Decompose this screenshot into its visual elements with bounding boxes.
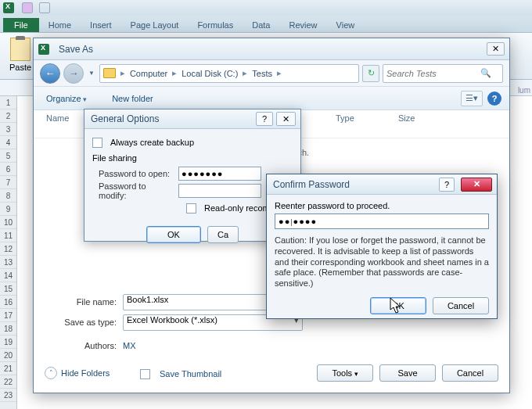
help-button[interactable]: ? — [256, 112, 273, 126]
tab-data[interactable]: Data — [243, 18, 279, 32]
tab-insert[interactable]: Insert — [81, 18, 121, 32]
cancel-button[interactable]: Cancel — [442, 364, 498, 382]
help-button[interactable]: ? — [487, 91, 501, 106]
paste-label: Paste — [9, 63, 31, 72]
cancel-button[interactable]: Cancel — [433, 297, 489, 314]
caution-text: Caution: If you lose or forget the passw… — [275, 235, 489, 289]
authors-label: Authors: — [46, 341, 117, 350]
tab-view[interactable]: View — [327, 18, 365, 32]
row-header[interactable]: 10 — [0, 216, 16, 229]
row-header[interactable]: 14 — [0, 269, 16, 282]
qat-save-icon[interactable] — [22, 2, 33, 13]
cancel-button[interactable]: Ca — [207, 226, 239, 243]
nav-forward-button[interactable]: → — [63, 63, 84, 84]
row-header[interactable]: 20 — [0, 349, 16, 362]
nav-back-button[interactable]: ← — [40, 63, 60, 84]
ribbon-tabs: File Home Insert Page Layout Formulas Da… — [0, 16, 532, 33]
dialog-title: Confirm Password — [273, 179, 350, 190]
qat-undo-icon[interactable] — [39, 2, 50, 13]
row-header[interactable]: 6 — [0, 163, 16, 176]
dialog-title: Save As — [59, 44, 93, 55]
row-header[interactable]: 9 — [0, 203, 16, 216]
row-header[interactable]: 5 — [0, 149, 16, 163]
row-header[interactable]: 2 — [0, 109, 16, 123]
clipboard-icon — [10, 38, 31, 61]
tools-button[interactable]: Tools — [317, 364, 373, 382]
row-headers: 1234567891011121314151617181920212223 — [0, 96, 17, 409]
row-header[interactable]: 21 — [0, 362, 16, 375]
readonly-label: Read-only recom — [204, 203, 270, 213]
tab-review[interactable]: Review — [279, 18, 326, 32]
organize-button[interactable]: Organize — [41, 91, 92, 106]
tab-formulas[interactable]: Formulas — [188, 18, 243, 32]
chevron-down-icon[interactable]: ▼ — [88, 70, 95, 77]
view-options-button[interactable]: ☰▾ — [461, 91, 483, 106]
always-backup-label: Always create backup — [110, 138, 194, 147]
row-header[interactable]: 12 — [0, 242, 16, 256]
save-button[interactable]: Save — [379, 364, 436, 382]
tab-home[interactable]: Home — [39, 18, 81, 32]
folder-icon — [103, 68, 116, 78]
row-header[interactable]: 16 — [0, 296, 16, 309]
confirm-password-field[interactable] — [275, 213, 489, 229]
file-sharing-label: File sharing — [92, 153, 137, 163]
password-modify-label: Password to modify: — [92, 181, 174, 200]
confirm-password-dialog: Confirm Password ? ✕ Reenter password to… — [266, 174, 498, 319]
row-header[interactable]: 15 — [0, 282, 16, 296]
row-header[interactable]: 23 — [0, 389, 16, 402]
column-size[interactable]: Size — [398, 113, 445, 138]
breadcrumb-drive[interactable]: Local Disk (C:) — [180, 69, 239, 78]
search-icon: 🔍 — [480, 68, 491, 78]
readonly-checkbox[interactable] — [186, 203, 196, 213]
always-backup-checkbox[interactable] — [92, 138, 102, 148]
ok-button[interactable]: OK — [146, 226, 201, 243]
row-header[interactable]: 19 — [0, 335, 16, 349]
row-header[interactable]: 4 — [0, 136, 16, 149]
refresh-button[interactable]: ↻ — [362, 65, 379, 82]
help-button[interactable]: ? — [439, 178, 455, 192]
column-type[interactable]: Type — [336, 113, 398, 138]
close-icon[interactable]: ✕ — [487, 42, 505, 56]
save-type-label: Save as type: — [46, 318, 117, 327]
search-input[interactable]: 🔍 — [383, 64, 503, 83]
row-header[interactable]: 3 — [0, 123, 16, 136]
truncated-label: lum — [518, 86, 530, 95]
new-folder-button[interactable]: New folder — [107, 91, 158, 106]
close-icon[interactable]: ✕ — [276, 112, 296, 126]
confirm-prompt: Reenter password to proceed. — [275, 201, 489, 210]
close-icon[interactable]: ✕ — [461, 178, 492, 192]
search-field[interactable] — [386, 69, 480, 78]
row-header[interactable]: 11 — [0, 229, 16, 242]
paste-button[interactable]: Paste — [6, 36, 34, 74]
empty-search-hint: search. — [281, 148, 497, 157]
authors-value[interactable]: MX — [123, 341, 136, 350]
excel-titlebar — [0, 0, 532, 16]
excel-icon — [3, 2, 14, 13]
chevron-up-icon: ˄ — [45, 367, 57, 379]
ok-button[interactable]: OK — [370, 297, 426, 314]
row-header[interactable]: 1 — [0, 96, 16, 109]
row-header[interactable]: 8 — [0, 189, 16, 203]
file-tab[interactable]: File — [3, 18, 39, 32]
password-open-label: Password to open: — [92, 169, 174, 178]
row-header[interactable]: 18 — [0, 322, 16, 335]
password-modify-field[interactable] — [178, 184, 261, 198]
row-header[interactable]: 22 — [0, 375, 16, 389]
row-header[interactable]: 7 — [0, 176, 16, 189]
tab-pagelayout[interactable]: Page Layout — [121, 18, 189, 32]
breadcrumb-computer[interactable]: Computer — [128, 69, 169, 78]
password-open-field[interactable] — [178, 167, 261, 181]
breadcrumb-folder[interactable]: Tests — [250, 69, 274, 78]
row-header[interactable]: 13 — [0, 256, 16, 269]
excel-icon — [38, 44, 49, 55]
hide-folders-label: Hide Folders — [61, 368, 110, 378]
hide-folders-button[interactable]: ˄ Hide Folders — [45, 367, 110, 379]
row-header[interactable]: 17 — [0, 309, 16, 322]
file-name-label: File name: — [46, 297, 117, 307]
dialog-title: General Options — [91, 113, 159, 124]
breadcrumb[interactable]: ▸ Computer ▸ Local Disk (C:) ▸ Tests ▸ — [99, 64, 359, 83]
